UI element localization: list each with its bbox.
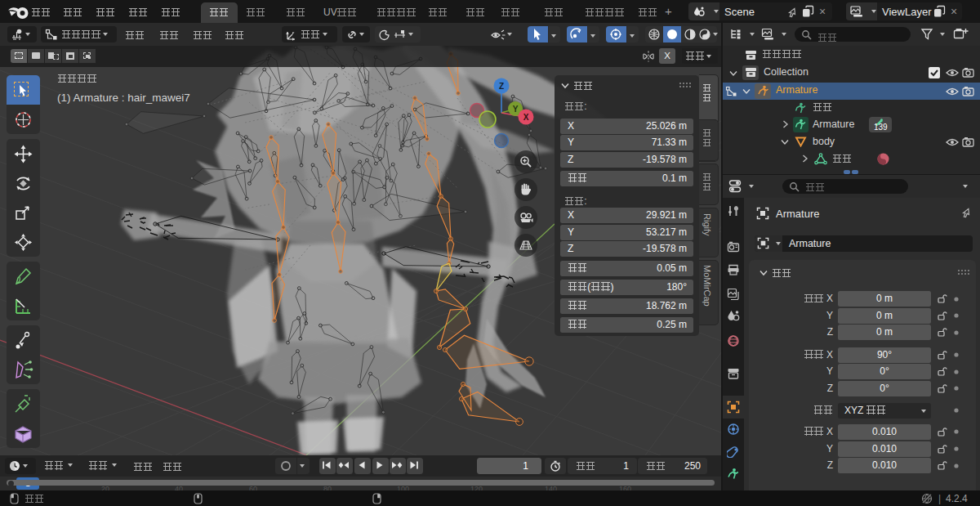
svg-text:Y: Y — [513, 105, 519, 114]
svg-text:Z: Z — [499, 82, 504, 91]
svg-text:X: X — [523, 113, 529, 122]
